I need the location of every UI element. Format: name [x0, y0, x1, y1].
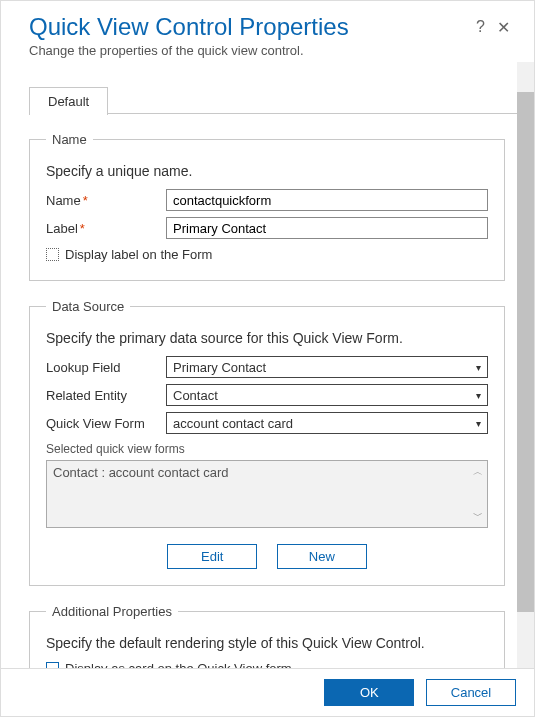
tab-strip: Default — [29, 86, 517, 114]
close-icon[interactable]: ✕ — [491, 16, 516, 39]
label-name-text: Name — [46, 193, 81, 208]
label-quick-view-form: Quick View Form — [46, 416, 166, 431]
row-label: Label* — [46, 217, 488, 239]
data-source-legend: Data Source — [46, 299, 130, 314]
row-display-label: Display label on the Form — [46, 247, 488, 262]
dialog-footer: OK Cancel — [1, 668, 534, 716]
select-lookup-field[interactable]: Primary Contact ▾ — [166, 356, 488, 378]
scrollbar-thumb[interactable] — [517, 92, 534, 612]
chevron-down-icon: ▾ — [476, 418, 481, 429]
additional-legend: Additional Properties — [46, 604, 178, 619]
new-button[interactable]: New — [277, 544, 367, 569]
content-scroll: Default Name Specify a unique name. Name… — [1, 62, 517, 668]
select-qvf-value: account contact card — [173, 416, 293, 431]
tab-default[interactable]: Default — [29, 87, 108, 115]
checkbox-display-label-text: Display label on the Form — [65, 247, 212, 262]
edit-button[interactable]: Edit — [167, 544, 257, 569]
row-quick-view-form: Quick View Form account contact card ▾ — [46, 412, 488, 434]
vertical-scrollbar[interactable] — [517, 62, 534, 668]
cancel-button[interactable]: Cancel — [426, 679, 516, 706]
dialog-quick-view-properties: Quick View Control Properties ? ✕ Change… — [0, 0, 535, 717]
label-lookup-field: Lookup Field — [46, 360, 166, 375]
selected-form-item: Contact : account contact card — [53, 465, 229, 480]
label-name: Name* — [46, 193, 166, 208]
title-row: Quick View Control Properties ? ✕ — [29, 13, 516, 41]
name-instruction: Specify a unique name. — [46, 163, 488, 179]
additional-instruction: Specify the default rendering style of t… — [46, 635, 488, 651]
select-related-entity[interactable]: Contact ▾ — [166, 384, 488, 406]
data-source-instruction: Specify the primary data source for this… — [46, 330, 488, 346]
additional-properties-section: Additional Properties Specify the defaul… — [29, 604, 505, 668]
spin-down-icon[interactable]: ﹀ — [473, 509, 483, 523]
data-source-buttons: Edit New — [46, 544, 488, 569]
row-display-as-card: Display as card on the Quick View form — [46, 661, 488, 668]
dialog-body: Default Name Specify a unique name. Name… — [1, 62, 534, 668]
required-marker: * — [80, 221, 85, 236]
label-label: Label* — [46, 221, 166, 236]
selected-forms-list[interactable]: Contact : account contact card ︿ ﹀ — [46, 460, 488, 528]
label-label-text: Label — [46, 221, 78, 236]
selected-forms-label: Selected quick view forms — [46, 442, 488, 456]
chevron-down-icon: ▾ — [476, 390, 481, 401]
required-marker: * — [83, 193, 88, 208]
ok-button[interactable]: OK — [324, 679, 414, 706]
data-source-section: Data Source Specify the primary data sou… — [29, 299, 505, 586]
dialog-header: Quick View Control Properties ? ✕ Change… — [1, 1, 534, 62]
row-related-entity: Related Entity Contact ▾ — [46, 384, 488, 406]
name-legend: Name — [46, 132, 93, 147]
help-icon[interactable]: ? — [470, 16, 491, 38]
select-lookup-value: Primary Contact — [173, 360, 266, 375]
input-label[interactable] — [166, 217, 488, 239]
dialog-subtitle: Change the properties of the quick view … — [29, 43, 516, 58]
dialog-title: Quick View Control Properties — [29, 13, 470, 41]
spin-up-icon[interactable]: ︿ — [473, 465, 483, 479]
input-name[interactable] — [166, 189, 488, 211]
checkbox-display-as-card-text: Display as card on the Quick View form — [65, 661, 292, 668]
select-quick-view-form[interactable]: account contact card ▾ — [166, 412, 488, 434]
select-related-value: Contact — [173, 388, 218, 403]
row-lookup-field: Lookup Field Primary Contact ▾ — [46, 356, 488, 378]
checkbox-display-label[interactable] — [46, 248, 59, 261]
name-section: Name Specify a unique name. Name* Label*… — [29, 132, 505, 281]
row-name: Name* — [46, 189, 488, 211]
label-related-entity: Related Entity — [46, 388, 166, 403]
chevron-down-icon: ▾ — [476, 362, 481, 373]
